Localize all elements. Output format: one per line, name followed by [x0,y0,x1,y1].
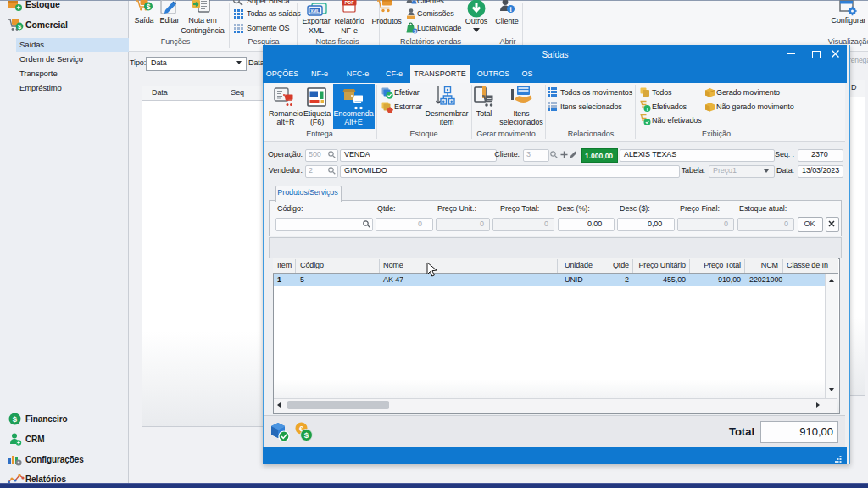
svg-text:$: $ [304,430,309,440]
svg-text:i: i [509,6,511,14]
svg-text:PDF: PDF [345,0,355,5]
svg-text:$: $ [147,3,151,11]
svg-text:$: $ [414,29,416,34]
svg-text:$: $ [13,414,18,424]
svg-text:XML: XML [310,8,320,14]
